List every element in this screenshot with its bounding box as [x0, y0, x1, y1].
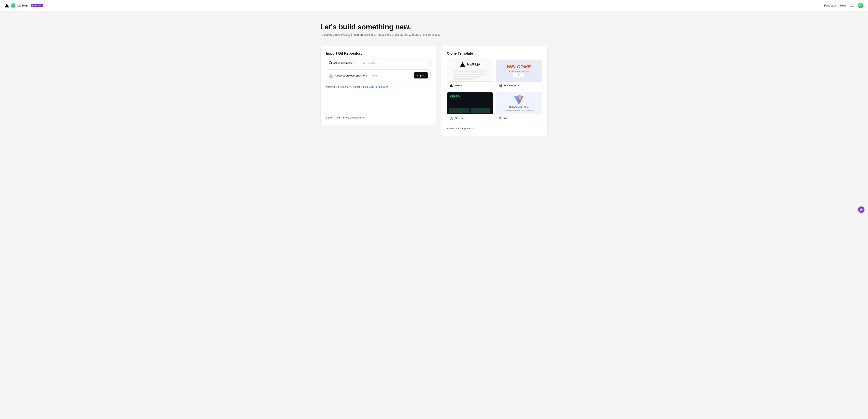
welcome-text: WELCOME [507, 64, 531, 69]
repo-vercel-icon [329, 73, 333, 78]
pro-trial-badge[interactable]: Pro Trial [31, 4, 43, 7]
help-link[interactable]: Help [840, 4, 846, 7]
github-username-select[interactable]: github-username ▾ [326, 60, 358, 66]
team-name-label: My Team [18, 4, 29, 7]
search-input[interactable] [367, 62, 428, 64]
vite-logo-small-icon [498, 116, 502, 120]
github-icon [329, 61, 332, 64]
navbar: My Team Pro Trial ⌃ Feedback Help [0, 0, 868, 11]
feedback-link[interactable]: Feedback [824, 4, 836, 7]
nuxtjs-thumbnail: ▲ Nuxt.JS [447, 92, 493, 114]
clone-panel-title: Clone Template [447, 52, 542, 56]
asterisk-icon [860, 208, 863, 211]
sveltekit-template-info: SvelteKit (v1) [496, 82, 542, 89]
import-button[interactable]: Import [414, 72, 428, 78]
clone-template-panel: Clone Template NEXT.js [441, 46, 548, 136]
select-chevron-icon: ▾ [354, 62, 355, 64]
template-card-vite[interactable]: Hello Vue 3 + Vite Edit components and s… [496, 92, 542, 122]
template-card-nuxtjs[interactable]: ▲ Nuxt.JS [447, 92, 493, 122]
third-party-link[interactable]: Import Third-Party Git Repository → [326, 116, 367, 119]
vite-template-info: Vite [496, 114, 542, 122]
navbar-left: My Team Pro Trial ⌃ [5, 3, 47, 8]
vite-thumbnail: Hello Vue 3 + Vite Edit components and s… [496, 92, 542, 114]
panels-container: Import Git Repository github-username ▾ [320, 46, 548, 136]
nextjs-template-name: Next.js [455, 84, 462, 87]
repo-name-label: catalyst-project-repository [335, 74, 367, 77]
sveltekit-template-name: SvelteKit (v1) [503, 84, 519, 87]
main-content: Let's build something new. To deploy a n… [316, 11, 552, 144]
nuxtjs-template-info: Nuxt.js [447, 114, 493, 122]
repo-item-left: catalyst-project-repository · 1d ago [329, 73, 378, 78]
nextjs-thumbnail: NEXT.js [447, 60, 493, 82]
import-panel-title: Import Git Repository [326, 52, 431, 56]
search-icon [363, 62, 365, 64]
floating-help-button[interactable] [858, 206, 864, 213]
nextjs-logo-icon [450, 84, 453, 87]
team-avatar [11, 3, 16, 8]
template-card-nextjs[interactable]: NEXT.js [447, 60, 493, 89]
adjust-permissions-link[interactable]: Adjust GitHub App Permissions → [353, 85, 392, 88]
nuxtjs-logo-icon [450, 116, 453, 120]
sveltekit-logo-icon [498, 84, 502, 87]
page-subtitle: To deploy a new Project, import an exist… [320, 33, 548, 36]
user-avatar[interactable] [858, 3, 863, 8]
search-box [360, 60, 431, 66]
repo-time-label: · 1d ago [369, 74, 377, 77]
navbar-right: Feedback Help [824, 3, 863, 8]
import-controls: github-username ▾ [326, 60, 431, 66]
repo-list: catalyst-project-repository · 1d ago Imp… [326, 69, 431, 82]
notifications-icon[interactable] [850, 4, 854, 7]
browse-all-templates-link[interactable]: Browse All Templates → [447, 127, 474, 130]
template-card-sveltekit[interactable]: WELCOME to your new SvelteKit app - 0 + [496, 60, 542, 89]
vercel-logo-icon[interactable] [5, 3, 9, 8]
nuxtjs-template-name: Nuxt.js [455, 117, 463, 120]
sveltekit-thumbnail: WELCOME to your new SvelteKit app - 0 + [496, 60, 542, 82]
import-git-panel: Import Git Repository github-username ▾ [320, 46, 436, 125]
repo-item: catalyst-project-repository · 1d ago Imp… [326, 69, 431, 82]
svg-point-0 [363, 62, 365, 64]
vite-template-name: Vite [503, 117, 508, 120]
github-username-value: github-username [333, 62, 353, 64]
missing-repo-text: Missing Git repository? Adjust GitHub Ap… [326, 85, 431, 88]
nextjs-template-info: Next.js [447, 82, 493, 89]
template-grid: NEXT.js [447, 60, 542, 122]
vite-logo-icon [514, 94, 524, 105]
team-switcher-chevron-icon[interactable]: ⌃ [45, 4, 47, 7]
page-title: Let's build something new. [320, 23, 548, 31]
